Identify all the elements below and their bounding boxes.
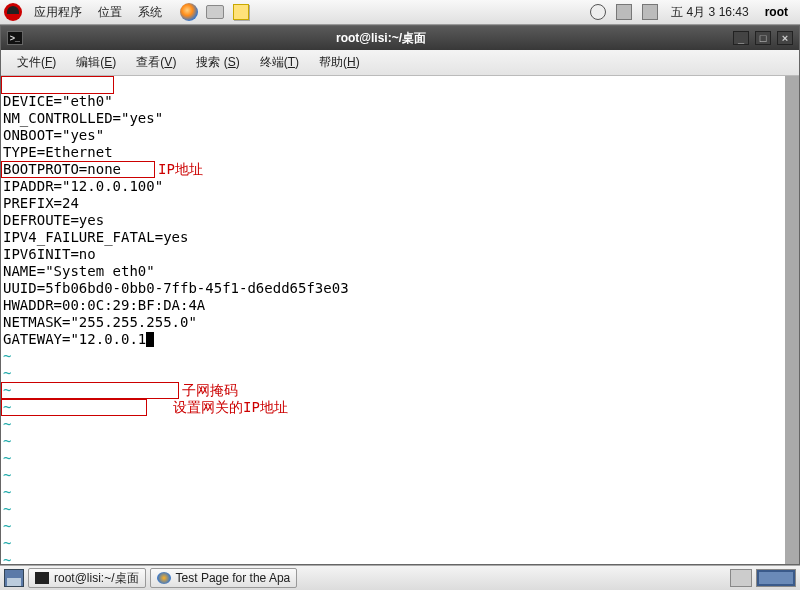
annotation-label-ip: IP地址 <box>158 161 203 178</box>
menu-search[interactable]: 搜索 (S) <box>186 54 249 71</box>
config-line: TYPE=Ethernet <box>3 144 113 160</box>
config-line: DEFROUTE=yes <box>3 212 104 228</box>
vim-tilde: ~ <box>3 501 11 517</box>
text-cursor <box>146 332 154 347</box>
config-line: BOOTPROTO=none <box>3 161 121 177</box>
minimize-button[interactable]: _ <box>733 31 749 45</box>
applications-menu[interactable]: 应用程序 <box>26 4 90 21</box>
vim-tilde: ~ <box>3 552 11 564</box>
workspace-switcher[interactable] <box>756 569 796 587</box>
menu-help[interactable]: 帮助(H) <box>309 54 370 71</box>
config-line: IPADDR="12.0.0.100" <box>3 178 163 194</box>
annotation-box-device <box>1 76 114 94</box>
terminal-icon <box>35 572 49 584</box>
trash-icon[interactable] <box>730 569 752 587</box>
show-desktop-button[interactable] <box>4 569 24 587</box>
terminal-content[interactable]: DEVICE="eth0" NM_CONTROLLED="yes" ONBOOT… <box>1 76 799 564</box>
clock-text[interactable]: 五 4月 3 16:43 <box>663 4 756 21</box>
titlebar[interactable]: >_ root@lisi:~/桌面 _ □ × <box>1 26 799 50</box>
config-line: NAME="System eth0" <box>3 263 155 279</box>
vim-tilde: ~ <box>3 433 11 449</box>
user-menu[interactable]: root <box>757 5 796 19</box>
config-line: HWADDR=00:0C:29:BF:DA:4A <box>3 297 205 313</box>
notes-launcher-icon[interactable] <box>230 2 252 22</box>
config-line: NM_CONTROLLED="yes" <box>3 110 163 126</box>
menu-edit[interactable]: 编辑(E) <box>66 54 126 71</box>
taskbar-item-terminal[interactable]: root@lisi:~/桌面 <box>28 568 146 588</box>
terminal-scrollbar[interactable] <box>785 76 799 564</box>
file-manager-launcher-icon[interactable] <box>204 2 226 22</box>
distro-logo-icon[interactable] <box>4 3 22 21</box>
config-line: UUID=5fb06bd0-0bb0-7ffb-45f1-d6edd65f3e0… <box>3 280 349 296</box>
config-line: ONBOOT="yes" <box>3 127 104 143</box>
gnome-top-panel: 应用程序 位置 系统 五 4月 3 16:43 root <box>0 0 800 25</box>
network-icon[interactable] <box>639 2 661 22</box>
config-line: IPV4_FAILURE_FATAL=yes <box>3 229 188 245</box>
vim-tilde: ~ <box>3 416 11 432</box>
menu-view[interactable]: 查看(V) <box>126 54 186 71</box>
taskbar-item-firefox[interactable]: Test Page for the Apa <box>150 568 298 588</box>
vim-tilde: ~ <box>3 382 11 398</box>
vim-tilde: ~ <box>3 467 11 483</box>
clock-applet-icon[interactable] <box>587 2 609 22</box>
config-line: GATEWAY="12.0.0.1 <box>3 331 146 347</box>
vim-tilde: ~ <box>3 399 11 415</box>
config-line: DEVICE="eth0" <box>3 93 113 109</box>
terminal-icon: >_ <box>7 31 23 45</box>
firefox-launcher-icon[interactable] <box>178 2 200 22</box>
menu-file[interactable]: 文件(F) <box>7 54 66 71</box>
annotation-label-gateway: 设置网关的IP地址 <box>173 399 288 416</box>
vim-tilde: ~ <box>3 365 11 381</box>
annotation-box-netmask <box>1 382 179 399</box>
firefox-icon <box>157 572 171 584</box>
vim-tilde: ~ <box>3 450 11 466</box>
config-line: NETMASK="255.255.255.0" <box>3 314 197 330</box>
vim-tilde: ~ <box>3 518 11 534</box>
window-title: root@lisi:~/桌面 <box>29 30 733 47</box>
menubar: 文件(F) 编辑(E) 查看(V) 搜索 (S) 终端(T) 帮助(H) <box>1 50 799 76</box>
annotation-box-gateway <box>1 399 147 416</box>
vim-tilde: ~ <box>3 535 11 551</box>
system-menu[interactable]: 系统 <box>130 4 170 21</box>
config-line: PREFIX=24 <box>3 195 79 211</box>
vim-tilde: ~ <box>3 348 11 364</box>
config-line: IPV6INIT=no <box>3 246 96 262</box>
volume-icon[interactable] <box>613 2 635 22</box>
annotation-label-netmask: 子网掩码 <box>182 382 238 399</box>
vim-tilde: ~ <box>3 484 11 500</box>
terminal-window: >_ root@lisi:~/桌面 _ □ × 文件(F) 编辑(E) 查看(V… <box>0 25 800 565</box>
close-button[interactable]: × <box>777 31 793 45</box>
places-menu[interactable]: 位置 <box>90 4 130 21</box>
menu-terminal[interactable]: 终端(T) <box>250 54 309 71</box>
maximize-button[interactable]: □ <box>755 31 771 45</box>
gnome-bottom-panel: root@lisi:~/桌面 Test Page for the Apa <box>0 565 800 590</box>
